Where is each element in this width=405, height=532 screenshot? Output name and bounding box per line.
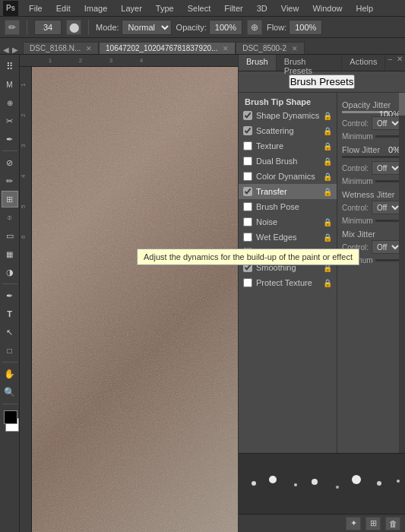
tab-close-2[interactable]: ✕ [223,45,229,52]
menu-filter[interactable]: Filter [221,2,245,14]
airbrush-icon[interactable]: ⊕ [247,20,262,35]
menu-type[interactable]: Type [153,2,177,14]
marquee-tool[interactable]: ⠿ [2,58,18,74]
foreground-color[interactable] [4,410,17,424]
flow-jitter-label: Flow Jitter 0% [342,145,400,154]
history-brush[interactable]: ⌽ [2,209,18,226]
panel-minimize[interactable]: – [385,55,394,71]
shape-tool[interactable]: □ [2,342,18,359]
flow-control-label: Control: [342,164,369,173]
path-select-tool[interactable]: ↖ [2,324,18,340]
option-noise[interactable]: Noise 🔒 [239,214,337,230]
tab-brush[interactable]: Brush [239,55,277,71]
menu-edit[interactable]: Edit [53,2,74,14]
doc-tab-3[interactable]: DSC_8500-2 ✕ [236,42,305,54]
flow-input[interactable] [289,20,322,35]
flow-control-select[interactable]: Off [372,161,402,175]
mode-select[interactable]: Normal [122,20,172,35]
wetness-control-label: Control: [342,204,369,212]
menu-help[interactable]: Help [353,2,377,14]
option-shape-dynamics[interactable]: Shape Dynamics 🔒 [239,108,337,123]
option-scattering[interactable]: Scattering 🔒 [239,123,337,138]
label-smoothing: Smoothing [256,263,321,272]
presets-button-row: Brush Presets [239,71,405,93]
svg-point-3 [294,483,297,486]
dodge-tool[interactable]: ◑ [2,264,18,280]
label-wet-edges: Wet Edges [256,233,321,242]
checkbox-brush-pose[interactable] [243,202,252,211]
text-tool[interactable]: T [2,306,18,322]
canvas-content[interactable] [32,67,238,532]
brush-tool[interactable]: ✏ [2,173,18,189]
checkbox-build-up[interactable] [243,248,252,257]
quick-select-tool[interactable]: ⊕ [2,94,18,111]
checkbox-transfer[interactable] [243,187,252,196]
pen-tool[interactable]: ✒ [2,287,18,304]
option-color-dynamics[interactable]: Color Dynamics 🔒 [239,169,337,184]
doc-tab-2[interactable]: 10647202_1020476781837920... ✕ [99,42,236,54]
tabs-row: ◀ ▶ DSC_8168.N... ✕ 10647202_10204767818… [0,38,405,55]
checkbox-dual-brush[interactable] [243,157,252,166]
doc-tab-1[interactable]: DSC_8168.N... ✕ [23,42,99,54]
controls-scrollbar[interactable] [399,93,405,453]
tabs-nav-next[interactable]: ▶ [12,46,18,54]
tab-brush-presets[interactable]: Brush Presets [277,55,343,71]
option-smoothing[interactable]: Smoothing 🔒 [239,260,337,275]
checkbox-protect-texture[interactable] [243,278,252,287]
eyedropper-tool[interactable]: ✒ [2,131,18,147]
brush-hardness-icon[interactable]: ⬤ [66,20,81,35]
hand-tool[interactable]: ✋ [2,366,18,382]
spot-heal-tool[interactable]: ⊘ [2,154,18,171]
menu-window[interactable]: Window [309,2,345,14]
panel-btn-star[interactable]: ✦ [346,517,361,530]
tab-actions[interactable]: Actions [342,55,385,71]
panel-btn-trash[interactable]: 🗑 [385,517,400,530]
panel-btn-grid[interactable]: ⊞ [365,517,381,530]
lasso-tool[interactable]: M [2,76,18,93]
brush-presets-button[interactable]: Brush Presets [289,74,356,89]
eraser-tool[interactable]: ▭ [2,227,18,244]
crop-tool[interactable]: ✂ [2,112,18,129]
checkbox-shape-dynamics[interactable] [243,111,252,120]
brush-tool-icon[interactable]: ✏ [5,20,20,35]
checkbox-smoothing[interactable] [243,263,252,272]
tab-close-1[interactable]: ✕ [86,45,92,52]
opacity-control-select[interactable]: Off [372,116,402,130]
checkbox-color-dynamics[interactable] [243,172,252,181]
tab-close-3[interactable]: ✕ [292,45,298,52]
opacity-input[interactable] [209,20,242,35]
ruler-vertical: 1 2 3 4 5 6 [20,67,32,532]
menu-view[interactable]: View [278,2,302,14]
option-brush-pose[interactable]: Brush Pose [239,199,337,214]
option-build-up[interactable]: Build-up 🔒 [239,245,337,260]
menu-image[interactable]: Image [81,2,111,14]
checkbox-scattering[interactable] [243,126,252,135]
menu-select[interactable]: Select [185,2,214,14]
brush-tip-shape-label[interactable]: Brush Tip Shape [239,96,337,108]
option-protect-texture[interactable]: Protect Texture 🔒 [239,275,337,290]
clone-tool[interactable]: ⊞ [2,191,18,207]
panel-bottom: ✦ ⊞ 🗑 [239,514,405,532]
brush-size-input[interactable] [34,20,62,35]
option-wet-edges[interactable]: Wet Edges 🔒 [239,230,337,245]
option-texture[interactable]: Texture 🔒 [239,138,337,154]
wetness-control-select[interactable]: Off [372,201,402,214]
checkbox-texture[interactable] [243,141,252,150]
zoom-tool[interactable]: 🔍 [2,384,18,401]
menu-3d[interactable]: 3D [254,2,271,14]
toolbar-separator-2 [88,20,89,35]
lock-shape-dynamics: 🔒 [323,112,332,120]
checkbox-wet-edges[interactable] [243,233,252,242]
panel-close[interactable]: ✕ [394,55,405,71]
tabs-nav-prev[interactable]: ◀ [3,46,9,54]
lock-build-up: 🔒 [323,249,332,257]
label-scattering: Scattering [256,126,321,135]
mix-control-select[interactable]: Off [372,240,402,254]
menu-layer[interactable]: Layer [118,2,145,14]
option-dual-brush[interactable]: Dual Brush 🔒 [239,154,337,169]
menu-file[interactable]: File [26,2,46,14]
option-transfer[interactable]: Transfer 🔒 [239,184,337,199]
checkbox-noise[interactable] [243,217,252,226]
gradient-tool[interactable]: ▦ [2,245,18,262]
brush-controls: Opacity Jitter 100% Control: Off Minimum… [337,93,405,453]
